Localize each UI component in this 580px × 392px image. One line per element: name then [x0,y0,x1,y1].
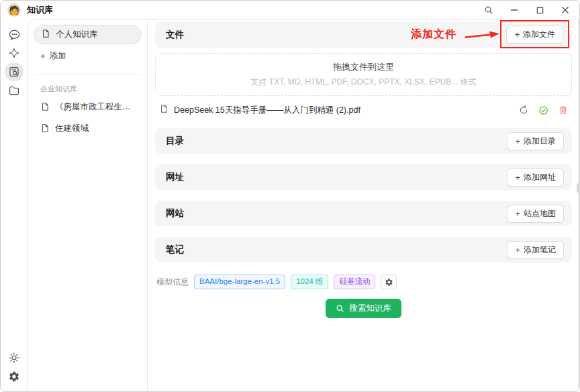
section-directory: 目录 + 添加目录 [155,128,572,154]
button-label: 添加网址 [524,172,556,183]
section-files: 文件 添加文件 + 添加文件 [155,22,572,48]
search-icon [336,304,344,313]
chat-icon[interactable] [5,25,23,44]
section-title: 笔记 [166,244,184,256]
plus-icon: + [514,30,520,39]
button-label: 添加目录 [524,136,556,147]
content-card: 个人知识库 + 添加 企业知识库 《房屋市政工程生产安全重大事... [28,19,579,391]
sidebar-item-enterprise-1[interactable]: 《房屋市政工程生产安全重大事... [34,95,142,117]
sidebar-item-label: 住建领域 [55,123,89,134]
dropzone-title: 拖拽文件到这里 [333,61,394,73]
sidebar-item-personal-kb[interactable]: 个人知识库 [34,25,142,44]
add-sitemap-button[interactable]: + 站点地图 [507,205,564,223]
annotation-highlight-box: + 添加文件 [500,20,569,48]
refresh-icon[interactable] [519,105,528,115]
embedded-ok-icon[interactable] [538,105,548,115]
dropzone-subtitle: 支持 TXT, MD, HTML, PDF, DOCX, PPTX, XLSX,… [250,77,476,88]
add-label: 添加 [50,50,66,62]
annotation-arrow-icon [465,31,499,43]
model-info-label: 模型信息 [156,277,189,288]
section-title: 网站 [166,207,184,219]
section-notes: 笔记 + 添加笔记 [155,237,572,262]
add-url-button[interactable]: + 添加网址 [507,168,564,187]
file-dropzone[interactable]: 拖拽文件到这里 支持 TXT, MD, HTML, PDF, DOCX, PPT… [155,53,572,96]
enterprise-group-label: 企业知识库 [34,75,142,95]
button-label: 添加笔记 [524,244,556,256]
titlebar: 🧑 知识库 [1,1,579,19]
app-body: 个人知识库 + 添加 企业知识库 《房屋市政工程生产安全重大事... [1,19,579,391]
search-knowledge-base-button[interactable]: 搜索知识库 [326,299,401,318]
document-icon [41,29,50,40]
knowledge-base-icon[interactable] [5,62,23,81]
knowledge-main: 文件 添加文件 + 添加文件 拖拽文件到这里 支持 TXT, [148,20,579,391]
files-folder-icon[interactable] [5,81,23,100]
assistant-sparkle-icon[interactable] [5,44,23,62]
document-icon [40,102,50,114]
pdf-file-icon [159,104,168,116]
close-icon[interactable] [558,3,573,17]
user-avatar[interactable]: 🧑 [7,3,21,17]
add-knowledge-base-button[interactable]: + 添加 [34,44,142,66]
theme-sun-icon[interactable] [5,348,23,367]
plus-icon: + [515,246,520,254]
section-website: 网站 + 站点地图 [155,201,572,226]
left-rail [1,19,28,391]
knowledge-sidebar: 个人知识库 + 添加 企业知识库 《房屋市政工程生产安全重大事... [28,20,148,391]
sidebar-item-label: 《房屋市政工程生产安全重大事... [55,101,135,112]
delete-trash-icon[interactable] [559,105,568,115]
add-file-button[interactable]: + 添加文件 [506,26,563,44]
add-note-button[interactable]: + 添加笔记 [507,241,564,259]
plus-icon: + [40,51,46,61]
section-title: 网址 [166,171,184,183]
model-provider-badge: 硅基流动 [334,275,375,289]
button-label: 搜索知识库 [349,303,391,314]
plus-icon: + [515,137,520,146]
model-info-row: 模型信息 BAAI/bge-large-en-v1.5 1024 维 硅基流动 [155,275,572,289]
section-title: 目录 [166,135,184,147]
sidebar-item-enterprise-2[interactable]: 住建领域 [34,117,142,138]
model-dimension-badge: 1024 维 [291,275,328,289]
scrollbar-thumb[interactable] [577,183,579,193]
annotation-text: 添加文件 [411,28,456,42]
page-title: 知识库 [27,4,53,16]
file-name-link[interactable]: DeepSeek 15天指导手册——从入门到精通 (2).pdf [174,105,360,116]
sidebar-item-label: 个人知识库 [56,29,98,40]
model-name-badge: BAAI/bge-large-en-v1.5 [194,275,285,289]
plus-icon: + [515,209,520,218]
minimize-icon[interactable] [507,3,522,17]
button-label: 站点地图 [524,208,556,219]
search-icon[interactable] [481,3,496,17]
window-controls [481,3,573,17]
settings-gear-icon[interactable] [5,367,23,386]
search-row: 搜索知识库 [155,299,572,318]
section-title: 文件 [166,29,184,41]
file-actions [519,105,568,115]
scrollbar-track[interactable] [578,20,579,391]
document-icon [40,124,50,136]
button-label: 添加文件 [523,29,555,40]
plus-icon: + [515,173,520,182]
model-settings-gear-icon[interactable] [381,275,397,289]
maximize-icon[interactable] [532,3,547,17]
file-list-item: DeepSeek 15天指导手册——从入门到精通 (2).pdf [155,102,572,118]
app-window: 🧑 知识库 [0,0,580,392]
add-directory-button[interactable]: + 添加目录 [507,132,564,150]
section-url: 网址 + 添加网址 [155,164,572,190]
